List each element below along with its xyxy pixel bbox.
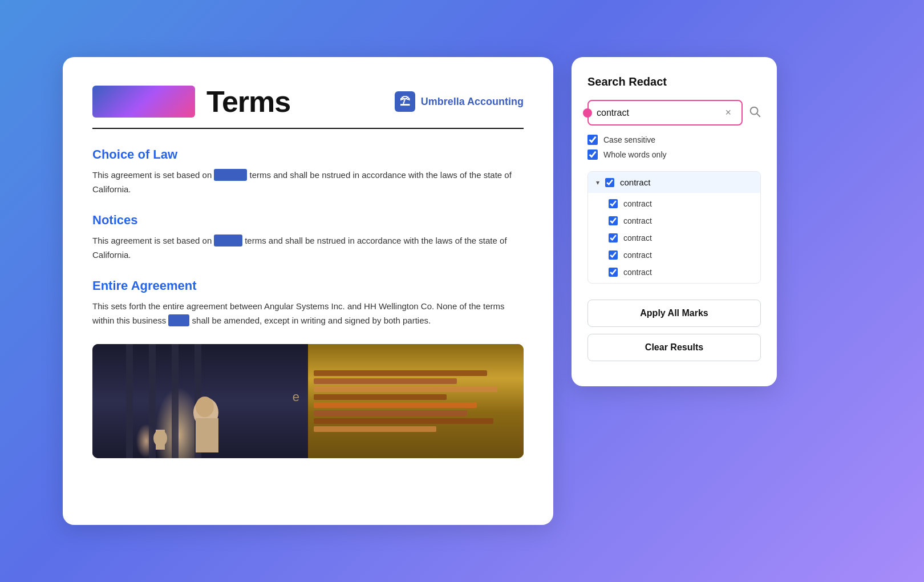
section-text-choice-of-law: This agreement is set based on terms and… — [92, 168, 524, 197]
book-2 — [314, 378, 457, 384]
section-heading-entire-agreement: Entire Agreement — [92, 278, 524, 293]
image-statues — [92, 344, 308, 458]
group-checkbox[interactable] — [605, 178, 614, 187]
doc-header: Terms ⛱ Umbrella Accounting — [92, 84, 524, 119]
book-1 — [314, 370, 487, 376]
image-content: e — [92, 344, 524, 458]
logo-icon: ⛱ — [395, 91, 415, 112]
company-logo: ⛱ Umbrella Accounting — [395, 91, 524, 112]
result-item-label-1: contract — [623, 199, 652, 208]
case-sensitive-option[interactable]: Case sensitive — [587, 135, 761, 145]
result-group-header[interactable]: ▾ contract — [588, 172, 760, 193]
list-item[interactable]: contract — [588, 246, 760, 264]
section-text-entire-agreement: This sets forth the entire agreement bet… — [92, 299, 524, 328]
result-item-checkbox-4[interactable] — [609, 250, 618, 260]
filter-options: Case sensitive Whole words only — [587, 135, 761, 160]
doc-title-area: Terms — [92, 84, 290, 119]
svg-rect-5 — [156, 430, 165, 450]
book-6 — [314, 410, 467, 416]
search-icon[interactable] — [748, 105, 761, 120]
panel-title: Search Redact — [587, 75, 761, 88]
result-item-checkbox-5[interactable] — [609, 268, 618, 277]
main-container: Terms ⛱ Umbrella Accounting Choice of La… — [63, 34, 861, 548]
svg-rect-2 — [172, 344, 179, 458]
svg-rect-0 — [126, 344, 133, 458]
document-panel: Terms ⛱ Umbrella Accounting Choice of La… — [63, 57, 553, 525]
list-item[interactable]: contract — [588, 195, 760, 212]
chevron-down-icon: ▾ — [596, 179, 599, 187]
result-item-label-5: contract — [623, 268, 652, 277]
whole-words-option[interactable]: Whole words only — [587, 149, 761, 160]
list-item[interactable]: contract — [588, 264, 760, 281]
book-4 — [314, 394, 447, 400]
result-item-label-2: contract — [623, 216, 652, 225]
result-item-label-3: contract — [623, 233, 652, 242]
image-books: e — [308, 344, 524, 458]
list-item[interactable]: contract — [588, 212, 760, 229]
result-item-checkbox-3[interactable] — [609, 233, 618, 242]
result-items-list: contract contract contract contract cont… — [588, 193, 760, 283]
svg-rect-8 — [196, 418, 218, 452]
list-item[interactable]: contract — [588, 229, 760, 246]
group-label: contract — [620, 177, 650, 187]
search-input[interactable] — [597, 108, 723, 118]
redacted-text-2 — [214, 235, 242, 246]
redacted-text-3 — [168, 314, 189, 326]
document-image: e — [92, 344, 524, 458]
book-symbol: e — [293, 390, 299, 405]
search-panel: Search Redact × Case sensitive — [572, 57, 777, 386]
clear-results-button[interactable]: Clear Results — [587, 334, 761, 361]
book-5 — [314, 402, 477, 408]
result-item-checkbox-1[interactable] — [609, 199, 618, 208]
svg-point-7 — [196, 397, 214, 417]
search-clear-button[interactable]: × — [723, 107, 733, 119]
redacted-text-1 — [214, 169, 247, 181]
section-heading-choice-of-law: Choice of Law — [92, 147, 524, 162]
color-bar-decoration — [92, 86, 195, 118]
header-divider — [92, 128, 524, 129]
case-sensitive-label: Case sensitive — [603, 135, 655, 144]
search-input-container[interactable]: × — [587, 100, 743, 126]
result-item-label-4: contract — [623, 250, 652, 260]
result-item-checkbox-2[interactable] — [609, 216, 618, 225]
whole-words-checkbox[interactable] — [587, 149, 598, 160]
book-3 — [314, 386, 497, 392]
company-name: Umbrella Accounting — [421, 96, 524, 108]
book-7 — [314, 418, 493, 424]
document-title: Terms — [206, 84, 290, 119]
whole-words-label: Whole words only — [603, 150, 667, 159]
section-heading-notices: Notices — [92, 213, 524, 228]
results-container: ▾ contract contract contract contract — [587, 171, 761, 284]
svg-line-10 — [757, 114, 760, 116]
apply-all-marks-button[interactable]: Apply All Marks — [587, 300, 761, 327]
case-sensitive-checkbox[interactable] — [587, 135, 598, 145]
book-8 — [314, 426, 436, 432]
section-text-notices: This agreement is set based on terms and… — [92, 233, 524, 262]
